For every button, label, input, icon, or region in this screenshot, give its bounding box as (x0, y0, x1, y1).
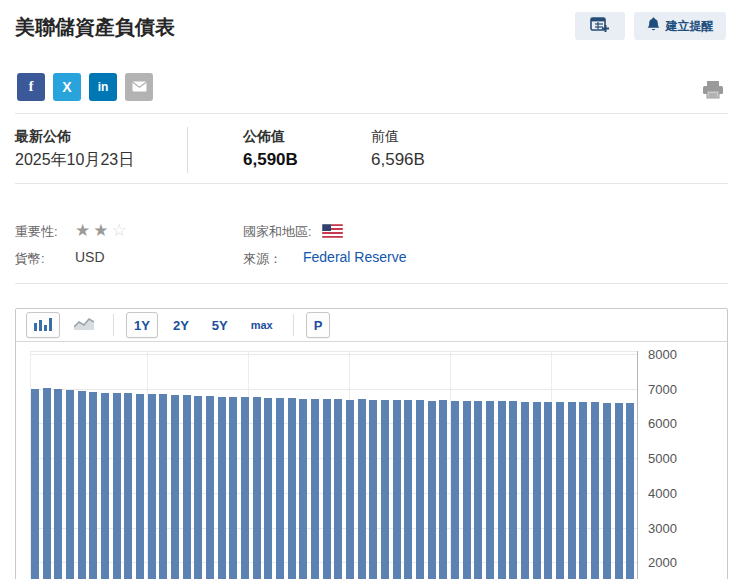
chart-bar (171, 395, 179, 579)
email-share-button[interactable] (125, 73, 153, 101)
chart-bar (241, 397, 249, 579)
importance-stars: ★★☆ (75, 220, 130, 241)
chart-bar (218, 397, 226, 579)
create-alert-button[interactable]: 建立提醒 (634, 12, 726, 40)
create-alert-label: 建立提醒 (666, 18, 714, 35)
currency-label: 貨幣: (15, 250, 45, 268)
y-axis-tick-label: 6000 (648, 416, 677, 431)
y-axis-tick-label: 4000 (648, 486, 677, 501)
page-title: 美聯儲資產負債表 (15, 14, 175, 41)
chart-bar (615, 403, 623, 579)
linkedin-share-button[interactable]: in (89, 73, 117, 101)
calendar-plus-icon (590, 16, 610, 37)
chart-bar (474, 401, 482, 579)
chart-bar (568, 402, 576, 579)
chart-bar (66, 390, 74, 579)
chart-bar (54, 389, 62, 579)
chart-bar (113, 393, 121, 579)
envelope-icon (132, 79, 147, 95)
facebook-share-button[interactable]: f (17, 73, 45, 101)
source-label: 來源： (243, 250, 282, 268)
chart-bar (556, 402, 564, 579)
chart-bar (276, 398, 284, 579)
chart-bar (101, 393, 109, 579)
chart-bar (78, 391, 86, 579)
chart-bar (264, 398, 272, 579)
chart-bar (509, 401, 517, 579)
chart-plot-area[interactable]: 8000700060005000400030002000 (16, 343, 727, 579)
us-flag-icon (322, 224, 343, 238)
chart-bar (591, 402, 599, 579)
previous-label: 前值 (371, 128, 399, 146)
chart-bar (43, 388, 51, 579)
chart-bar (346, 400, 354, 579)
toolbar-separator (113, 314, 114, 336)
chart-bar (299, 399, 307, 579)
line-chart-icon (74, 317, 94, 333)
share-buttons: f X in (17, 73, 153, 101)
chart-bar (358, 399, 366, 579)
range-1y-button[interactable]: 1Y (126, 312, 158, 338)
chart-bar (206, 396, 214, 579)
range-max-button[interactable]: max (243, 312, 281, 338)
chart-bar (533, 402, 541, 579)
range-5y-button[interactable]: 5Y (204, 312, 236, 338)
chart-bar (136, 394, 144, 579)
chart-bar (451, 401, 459, 579)
chart-bar (194, 396, 202, 579)
chart-bar (381, 400, 389, 579)
chart-bar (124, 393, 132, 579)
divider (15, 113, 728, 114)
economic-indicator-page: { "page": { "title": "美聯儲資產負債表" }, "head… (0, 0, 740, 579)
print-button[interactable] (701, 80, 725, 100)
chart-bar (579, 402, 587, 579)
latest-release-label: 最新公佈 (15, 128, 71, 146)
chart-bar (428, 401, 436, 579)
currency-value: USD (75, 249, 105, 265)
chart-bar (439, 400, 447, 579)
range-2y-button[interactable]: 2Y (165, 312, 197, 338)
star-filled-icon: ★ (93, 221, 111, 240)
source-link[interactable]: Federal Reserve (303, 249, 407, 265)
chart-bar (486, 401, 494, 579)
chart-bar (334, 399, 342, 579)
chart-bar (498, 401, 506, 579)
chart-container: 1Y 2Y 5Y max P 8000700060005000400030002… (15, 308, 728, 579)
y-axis-tick-label: 7000 (648, 382, 677, 397)
chart-bar (404, 400, 412, 579)
star-empty-icon: ☆ (112, 221, 130, 240)
y-axis-tick-label: 8000 (648, 347, 677, 362)
chart-bar (369, 400, 377, 579)
chart-bar (463, 401, 471, 579)
previous-value: 6,596B (371, 150, 425, 170)
chart-bar (393, 400, 401, 579)
y-axis-tick-label: 3000 (648, 521, 677, 536)
chart-type-line-button[interactable] (67, 312, 101, 338)
divider (15, 183, 728, 184)
vertical-divider (187, 127, 188, 173)
y-axis-tick-label: 5000 (648, 451, 677, 466)
chart-bar (31, 389, 39, 579)
add-to-calendar-button[interactable] (575, 12, 625, 40)
chart-bar (603, 403, 611, 579)
chart-bar (416, 400, 424, 579)
chart-bar (544, 402, 552, 579)
star-filled-icon: ★ (75, 221, 93, 240)
divider (15, 283, 728, 284)
chart-bar (626, 403, 634, 579)
chart-bar (253, 397, 261, 579)
p-button[interactable]: P (306, 312, 331, 338)
horizontal-gridline (30, 389, 637, 390)
toolbar-separator (293, 314, 294, 336)
actual-label: 公佈值 (243, 128, 285, 146)
latest-release-date: 2025年10月23日 (15, 150, 134, 171)
bar-chart-icon (34, 317, 52, 334)
chart-bar (183, 395, 191, 579)
chart-type-bar-button[interactable] (26, 312, 60, 338)
printer-icon (701, 86, 725, 103)
x-twitter-share-button[interactable]: X (53, 73, 81, 101)
chart-bar (159, 394, 167, 579)
horizontal-gridline (30, 354, 637, 355)
chart-bar (148, 394, 156, 579)
chart-bar (288, 398, 296, 579)
